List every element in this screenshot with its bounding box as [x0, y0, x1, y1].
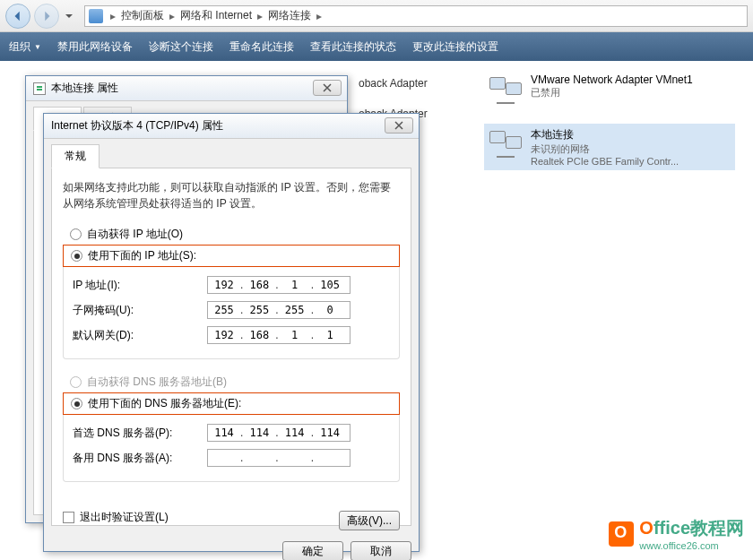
- adapter-list: VMware Network Adapter VMnet1 已禁用 本地连接 未…: [484, 70, 735, 185]
- dialog-title: 本地连接 属性: [51, 81, 118, 96]
- ip-address-label: IP 地址(I):: [73, 278, 207, 293]
- ok-button[interactable]: 确定: [282, 541, 343, 560]
- gw-seg-3[interactable]: [279, 329, 311, 341]
- forward-button[interactable]: [34, 4, 59, 29]
- disable-device-button[interactable]: 禁用此网络设备: [57, 39, 133, 55]
- crumb-network-internet[interactable]: 网络和 Internet: [178, 8, 254, 23]
- ipv4-properties-dialog: Internet 协议版本 4 (TCP/IPv4) 属性 常规 如果网络支持此…: [43, 113, 420, 552]
- radio-button[interactable]: [70, 228, 82, 240]
- organize-menu[interactable]: 组织▼: [9, 39, 41, 55]
- crumb-separator: ▸: [107, 10, 119, 22]
- ip-manual-radio-row[interactable]: 使用下面的 IP 地址(S):: [63, 245, 400, 267]
- ip-auto-label: 自动获得 IP 地址(O): [87, 227, 183, 242]
- ip-seg-4[interactable]: [314, 279, 346, 291]
- command-bar: 组织▼ 禁用此网络设备 诊断这个连接 重命名此连接 查看此连接的状态 更改此连接…: [0, 32, 753, 61]
- crumb-network-connections[interactable]: 网络连接: [266, 8, 313, 23]
- rename-connection-button[interactable]: 重命名此连接: [229, 39, 294, 55]
- dns-fields-group: 首选 DNS 服务器(P): . . . 备用 DNS 服务器(A): . . …: [63, 415, 400, 482]
- dns-auto-label: 自动获得 DNS 服务器地址(B): [87, 375, 227, 390]
- crumb-separator: ▸: [166, 10, 178, 22]
- dialog-titlebar[interactable]: Internet 协议版本 4 (TCP/IPv4) 属性: [44, 114, 419, 139]
- breadcrumb[interactable]: ▸ 控制面板 ▸ 网络和 Internet ▸ 网络连接 ▸: [84, 5, 748, 27]
- dialog-titlebar[interactable]: 本地连接 属性: [26, 76, 347, 101]
- validate-on-exit-row[interactable]: 退出时验证设置(L) 高级(V)...: [63, 504, 400, 530]
- main-content: oback Adapter oback Adapter VMware Netwo…: [0, 61, 753, 560]
- crumb-separator: ▸: [313, 10, 325, 22]
- checkbox[interactable]: [63, 512, 74, 523]
- close-button[interactable]: [313, 80, 342, 96]
- dns1-seg-2[interactable]: [243, 426, 275, 439]
- adapter-status: 未识别的网络: [531, 142, 679, 156]
- ip-fields-group: IP 地址(I): . . . 子网掩码(U): . . .: [63, 267, 400, 359]
- dns2-input[interactable]: . . .: [207, 449, 351, 467]
- diagnose-connection-button[interactable]: 诊断这个连接: [149, 39, 213, 55]
- watermark-url: www.office26.com: [639, 540, 744, 551]
- ip-seg-3[interactable]: [279, 279, 311, 291]
- watermark-brand-o: O: [639, 518, 653, 538]
- dns1-seg-1[interactable]: [208, 426, 240, 439]
- adapter-vmnet1[interactable]: VMware Network Adapter VMnet1 已禁用: [484, 70, 735, 109]
- close-button[interactable]: [385, 117, 413, 134]
- cancel-button[interactable]: 取消: [351, 541, 411, 560]
- crumb-control-panel[interactable]: 控制面板: [119, 8, 166, 23]
- gateway-label: 默认网关(D):: [73, 328, 207, 343]
- ip-seg-1[interactable]: [208, 279, 240, 291]
- advanced-button[interactable]: 高级(V)...: [339, 511, 400, 530]
- ip-auto-radio-row[interactable]: 自动获得 IP 地址(O): [63, 224, 400, 245]
- dns2-seg-1[interactable]: [208, 452, 240, 464]
- adapter-loopback-partial: oback Adapter: [359, 77, 428, 90]
- dns2-seg-3[interactable]: [279, 452, 311, 464]
- tab-general[interactable]: 常规: [51, 144, 100, 168]
- mask-seg-1[interactable]: [208, 304, 240, 316]
- ip-seg-2[interactable]: [243, 279, 275, 291]
- watermark-brand-rest: ffice教程网: [653, 518, 744, 538]
- close-icon: [394, 121, 403, 130]
- dns1-label: 首选 DNS 服务器(P):: [73, 426, 207, 441]
- network-adapter-icon: [488, 127, 524, 159]
- gw-seg-2[interactable]: [243, 329, 275, 341]
- subnet-mask-label: 子网掩码(U):: [73, 303, 207, 318]
- adapter-name: 本地连接: [531, 127, 679, 142]
- dns1-input[interactable]: . . .: [207, 424, 351, 442]
- mask-seg-2[interactable]: [243, 304, 275, 316]
- gateway-input[interactable]: . . .: [207, 326, 351, 344]
- dialog-button-row: 确定 取消: [44, 534, 419, 560]
- dns1-seg-4[interactable]: [314, 426, 346, 439]
- subnet-mask-input[interactable]: . . .: [207, 301, 351, 319]
- history-dropdown[interactable]: [63, 8, 75, 24]
- gw-seg-4[interactable]: [314, 329, 346, 341]
- adapter-device: Realtek PCIe GBE Family Contr...: [531, 156, 679, 167]
- crumb-separator: ▸: [254, 10, 266, 22]
- change-settings-button[interactable]: 更改此连接的设置: [412, 39, 498, 55]
- organize-label: 组织: [9, 39, 30, 55]
- dns1-seg-3[interactable]: [279, 426, 311, 439]
- arrow-left-icon: [12, 10, 24, 22]
- radio-button[interactable]: [71, 398, 82, 409]
- chevron-down-icon: ▼: [34, 43, 41, 51]
- dns2-label: 备用 DNS 服务器(A):: [73, 451, 207, 466]
- address-bar-row: ▸ 控制面板 ▸ 网络和 Internet ▸ 网络连接 ▸: [0, 0, 753, 32]
- back-button[interactable]: [5, 4, 30, 29]
- view-status-button[interactable]: 查看此连接的状态: [310, 39, 396, 55]
- gw-seg-1[interactable]: [208, 329, 240, 341]
- mask-seg-4[interactable]: [314, 304, 346, 316]
- network-adapter-icon: [488, 73, 524, 106]
- mask-seg-3[interactable]: [279, 304, 311, 316]
- dns-auto-radio-row: 自动获得 DNS 服务器地址(B): [63, 372, 400, 392]
- radio-button[interactable]: [71, 250, 82, 262]
- control-panel-icon: [89, 9, 103, 23]
- dns-manual-radio-row[interactable]: 使用下面的 DNS 服务器地址(E):: [63, 392, 400, 415]
- validate-label: 退出时验证设置(L): [80, 510, 169, 525]
- dns-manual-label: 使用下面的 DNS 服务器地址(E):: [88, 396, 241, 411]
- dns2-seg-2[interactable]: [243, 452, 275, 464]
- chevron-down-icon: [65, 13, 73, 20]
- description-text: 如果网络支持此功能，则可以获取自动指派的 IP 设置。否则，您需要从网络系统管理…: [63, 179, 400, 211]
- properties-icon: [33, 82, 46, 95]
- ip-address-input[interactable]: . . .: [207, 276, 351, 294]
- adapter-status: 已禁用: [531, 86, 693, 99]
- ip-manual-label: 使用下面的 IP 地址(S):: [88, 248, 196, 263]
- adapter-local[interactable]: 本地连接 未识别的网络 Realtek PCIe GBE Family Cont…: [484, 124, 735, 170]
- watermark-icon: [609, 521, 634, 547]
- dns2-seg-4[interactable]: [314, 452, 346, 464]
- dialog-title: Internet 协议版本 4 (TCP/IPv4) 属性: [51, 118, 223, 134]
